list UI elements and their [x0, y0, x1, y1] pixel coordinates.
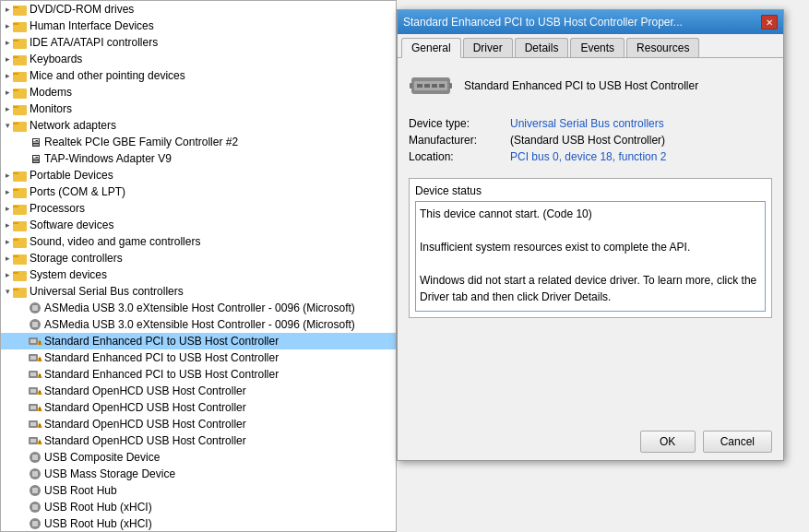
svg-rect-78: [432, 84, 437, 88]
svg-rect-61: [30, 439, 36, 443]
svg-rect-81: [449, 83, 452, 89]
tree-item-software[interactable]: ▸Software devices: [1, 217, 396, 233]
tree-item-openhcd4[interactable]: ! Standard OpenHCD USB Host Controller: [1, 432, 396, 449]
tree-item-sound[interactable]: ▸Sound, video and game controllers: [1, 233, 396, 250]
tab-resources[interactable]: Resources: [626, 38, 699, 57]
tree-item-usbroot2[interactable]: USB Root Hub (xHCI): [1, 499, 396, 515]
tree-label: Network adapters: [30, 119, 116, 132]
tree-label: Human Interface Devices: [30, 19, 154, 32]
svg-rect-45: [30, 372, 36, 376]
tree-label: USB Root Hub (xHCI): [44, 501, 152, 514]
tree-label: Standard Enhanced PCI to USB Host Contro…: [44, 368, 279, 381]
expand-arrow: [18, 519, 27, 528]
tree-item-ports[interactable]: ▸Ports (COM & LPT): [1, 183, 396, 200]
tree-item-usb-category[interactable]: ▾Universal Serial Bus controllers: [1, 283, 396, 300]
tree-item-asmedia2[interactable]: ASMedia USB 3.0 eXtensible Host Controll…: [1, 316, 396, 333]
location-value: PCI bus 0, device 18, function 2: [510, 148, 772, 165]
tree-item-monitors[interactable]: ▸Monitors: [1, 100, 396, 117]
svg-rect-27: [13, 255, 18, 257]
tree-item-modems[interactable]: ▸Modems: [1, 84, 396, 100]
tree-label: System devices: [30, 268, 107, 281]
svg-rect-1: [13, 6, 18, 8]
tree-item-portable[interactable]: ▸Portable Devices: [1, 167, 396, 183]
svg-rect-21: [13, 206, 18, 207]
expand-arrow: [18, 436, 27, 445]
tree-item-openhcd3[interactable]: ! Standard OpenHCD USB Host Controller: [1, 416, 396, 432]
svg-rect-25: [13, 239, 18, 241]
tree-item-dvd[interactable]: ▸DVD/CD-ROM drives: [1, 1, 396, 18]
device-name-label: Standard Enhanced PCI to USB Host Contro…: [464, 79, 698, 92]
tree-item-tap[interactable]: 🖥TAP-Windows Adapter V9: [1, 150, 396, 167]
tree-item-enhanced1[interactable]: ! Standard Enhanced PCI to USB Host Cont…: [1, 333, 396, 349]
svg-rect-37: [30, 339, 36, 343]
usb-ok-icon: [28, 516, 42, 531]
device-header: Standard Enhanced PCI to USB Host Contro…: [409, 69, 772, 102]
manufacturer-value: (Standard USB Host Controller): [510, 132, 772, 148]
tree-item-network[interactable]: ▾Network adapters: [1, 117, 396, 134]
tab-driver[interactable]: Driver: [463, 38, 513, 57]
tab-general[interactable]: General: [401, 38, 461, 58]
tree-label: Standard Enhanced PCI to USB Host Contro…: [44, 351, 279, 364]
device-icon-large: [409, 69, 453, 102]
tree-item-system[interactable]: ▸System devices: [1, 266, 396, 283]
dialog-title: Standard Enhanced PCI to USB Host Contro…: [403, 16, 683, 29]
tab-details[interactable]: Details: [515, 38, 569, 57]
expand-arrow: ▸: [3, 54, 12, 64]
folder-icon: [13, 52, 28, 66]
folder-icon: [13, 201, 28, 216]
tree-label: USB Mass Storage Device: [44, 467, 175, 480]
dialog-titlebar: Standard Enhanced PCI to USB Host Contro…: [398, 10, 783, 34]
expand-arrow: [18, 337, 27, 346]
expand-arrow: ▾: [3, 121, 12, 130]
close-button[interactable]: ✕: [761, 15, 778, 30]
tree-label: Standard OpenHCD USB Host Controller: [44, 401, 246, 414]
tree-item-usbroot3[interactable]: USB Root Hub (xHCI): [1, 515, 396, 532]
tree-item-keyboards[interactable]: ▸Keyboards: [1, 51, 396, 67]
tree-label: ASMedia USB 3.0 eXtensible Host Controll…: [44, 318, 355, 331]
tab-events[interactable]: Events: [570, 38, 625, 57]
tree-item-usbcomposite[interactable]: USB Composite Device: [1, 449, 396, 466]
svg-rect-31: [13, 289, 18, 290]
prop-row-location: Location: PCI bus 0, device 18, function…: [409, 148, 772, 165]
tree-item-processors[interactable]: ▸Processors: [1, 200, 396, 217]
tree-item-enhanced3[interactable]: ! Standard Enhanced PCI to USB Host Cont…: [1, 366, 396, 383]
tree-item-usbmass[interactable]: USB Mass Storage Device: [1, 466, 396, 482]
tree-item-storage[interactable]: ▸Storage controllers: [1, 250, 396, 266]
svg-rect-80: [410, 83, 412, 89]
svg-rect-33: [32, 305, 38, 311]
svg-rect-73: [32, 521, 38, 526]
tree-item-hid[interactable]: ▸Human Interface Devices: [1, 18, 396, 34]
tree-label: Monitors: [30, 102, 72, 115]
tree-item-enhanced2[interactable]: ! Standard Enhanced PCI to USB Host Cont…: [1, 349, 396, 366]
folder-icon: [13, 168, 28, 183]
ok-button[interactable]: OK: [640, 431, 696, 453]
status-label: Device status: [415, 184, 766, 197]
svg-rect-79: [439, 84, 445, 88]
tree-item-openhcd1[interactable]: ! Standard OpenHCD USB Host Controller: [1, 383, 396, 399]
status-text: This device cannot start. (Code 10)Insuf…: [420, 206, 761, 305]
tree-item-realtek[interactable]: 🖥Realtek PCIe GBE Family Controller #2: [1, 134, 396, 150]
expand-arrow: ▾: [3, 287, 12, 296]
cancel-button[interactable]: Cancel: [703, 431, 772, 453]
usb-warn-icon: !: [28, 384, 42, 398]
tree-item-usbroot1[interactable]: USB Root Hub: [1, 482, 396, 499]
network-icon: 🖥: [28, 135, 42, 149]
folder-icon: [13, 218, 28, 232]
tree-item-asmedia1[interactable]: ASMedia USB 3.0 eXtensible Host Controll…: [1, 300, 396, 316]
tree-item-openhcd2[interactable]: ! Standard OpenHCD USB Host Controller: [1, 399, 396, 416]
expand-arrow: [18, 469, 27, 479]
usb-warn-icon: !: [28, 350, 42, 365]
status-box[interactable]: This device cannot start. (Code 10)Insuf…: [415, 201, 766, 312]
expand-arrow: [18, 154, 27, 163]
tree-item-ide[interactable]: ▸IDE ATA/ATAPI controllers: [1, 34, 396, 51]
device-manager-panel[interactable]: ▸DVD/CD-ROM drives▸Human Interface Devic…: [0, 0, 397, 532]
tree-label: Keyboards: [30, 53, 82, 65]
expand-arrow: [18, 486, 27, 495]
svg-rect-3: [13, 23, 18, 25]
folder-icon: [13, 2, 28, 17]
device-type-value: Universal Serial Bus controllers: [510, 115, 772, 132]
folder-icon: [13, 35, 28, 50]
svg-rect-77: [424, 84, 430, 88]
tree-item-mice[interactable]: ▸Mice and other pointing devices: [1, 67, 396, 84]
usb-ok-icon: [28, 317, 42, 332]
